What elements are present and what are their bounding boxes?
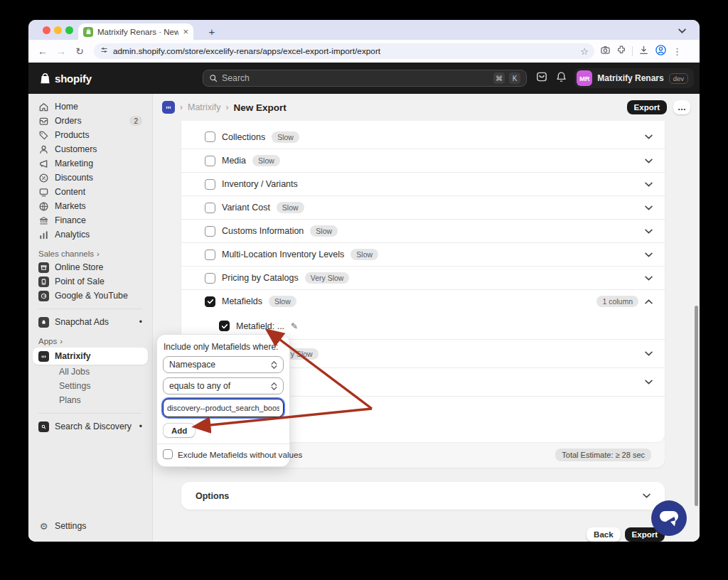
namespace-value-input[interactable] — [163, 399, 284, 417]
browser-menu-icon[interactable]: ⋮ — [673, 46, 682, 57]
chevron-up-icon[interactable] — [645, 299, 653, 304]
sidebar-item-point-of-sale[interactable]: Point of Sale — [33, 274, 148, 289]
chevron-down-icon[interactable] — [645, 229, 653, 234]
finance-bank-icon — [38, 215, 49, 226]
new-tab-button[interactable]: + — [203, 23, 220, 40]
row-variant-cost[interactable]: Variant Cost Slow — [181, 195, 665, 219]
browser-toolbar: ← → ↻ admin.shopify.com/store/excelify-r… — [28, 40, 700, 63]
chevron-down-icon[interactable] — [645, 276, 653, 281]
orders-icon — [38, 116, 49, 127]
scrollbar-thumb[interactable] — [695, 306, 698, 506]
field-select[interactable]: Namespace — [163, 356, 284, 373]
toolbar-divider — [632, 46, 633, 56]
row-collections[interactable]: Collections Slow — [181, 125, 665, 149]
sidebar-item-settings[interactable]: ⚙ Settings — [33, 519, 148, 533]
exclude-metafields-checkbox-row[interactable]: Exclude Metafields without values — [163, 449, 284, 461]
screenshot-camera-icon[interactable] — [600, 45, 611, 58]
user-menu[interactable]: MR Matrixify Renars dev — [574, 68, 694, 88]
metafields-filter-popover: Include only Metafields where: Namespace… — [156, 334, 290, 467]
chevron-down-icon[interactable] — [645, 134, 653, 139]
sidebar-item-online-store[interactable]: Online Store — [33, 260, 148, 274]
checkbox[interactable] — [205, 273, 215, 284]
sidebar-item-snapchat-ads[interactable]: Snapchat Ads • — [33, 315, 148, 329]
admin-search-bar[interactable]: Search ⌘ K — [203, 70, 527, 87]
sidebar-item-app-settings[interactable]: Settings — [33, 379, 148, 393]
sidebar-item-plans[interactable]: Plans — [33, 393, 148, 407]
sidebar-item-finance[interactable]: Finance — [33, 213, 148, 227]
downloads-icon[interactable] — [638, 45, 649, 58]
address-bar[interactable]: admin.shopify.com/store/excelify-renars/… — [94, 43, 594, 59]
close-tab-icon[interactable]: × — [183, 27, 188, 36]
row-pricing-by-catalogs[interactable]: Pricing by Catalogs Very Slow — [181, 266, 665, 289]
row-metafields[interactable]: Metafields Slow 1 column — [181, 289, 665, 313]
breadcrumb-app[interactable]: Matrixify — [188, 102, 221, 112]
checkbox[interactable] — [205, 249, 215, 260]
bookmark-star-icon[interactable]: ☆ — [580, 46, 589, 57]
sidebar-item-home[interactable]: Home — [33, 100, 148, 114]
sidebar-item-google-youtube[interactable]: Google & YouTube — [33, 289, 148, 303]
operator-select[interactable]: equals to any of — [163, 377, 284, 394]
row-inventory-variants[interactable]: Inventory / Variants — [181, 172, 665, 195]
browser-tab[interactable]: Matrixify Renars · New Export × — [78, 23, 193, 40]
close-window-button[interactable] — [43, 26, 50, 34]
shopify-logo[interactable]: shopify — [39, 72, 92, 85]
export-button-header[interactable]: Export — [627, 100, 667, 114]
sidebar-item-search-discovery[interactable]: Search & Discovery • — [33, 419, 148, 434]
sidebar-item-orders[interactable]: Orders 2 — [33, 114, 148, 128]
matrixify-breadcrumb-icon[interactable] — [162, 101, 175, 114]
url-text[interactable]: admin.shopify.com/store/excelify-renars/… — [113, 46, 576, 56]
row-multi-location-inventory[interactable]: Multi-Location Inventory Levels Slow — [181, 242, 665, 266]
chevron-down-icon[interactable] — [645, 205, 653, 210]
extensions-puzzle-icon[interactable] — [616, 45, 626, 58]
sidebar-item-markets[interactable]: Markets — [33, 199, 148, 213]
apps-header[interactable]: Apps › — [33, 335, 148, 348]
shopify-topbar: shopify Search ⌘ K MR Matrixify Renars d… — [28, 63, 700, 94]
reload-icon[interactable]: ↻ — [71, 43, 88, 60]
options-card[interactable]: Options — [181, 482, 665, 510]
notifications-bell-icon[interactable] — [555, 71, 567, 86]
checkbox[interactable] — [205, 179, 215, 190]
minimize-window-button[interactable] — [54, 26, 62, 34]
more-actions-button[interactable]: … — [673, 100, 690, 114]
sidebar-item-marketing[interactable]: Marketing — [33, 156, 148, 171]
sidebar-item-content[interactable]: Content — [33, 185, 148, 199]
row-media[interactable]: Media Slow — [181, 149, 665, 172]
checkbox-checked[interactable] — [219, 321, 230, 331]
chat-launcher-button[interactable] — [649, 498, 689, 541]
sidebar-item-all-jobs[interactable]: All Jobs — [33, 365, 148, 379]
popover-divider — [157, 444, 289, 444]
sales-channels-header[interactable]: Sales channels › — [33, 247, 148, 260]
checkbox[interactable] — [205, 203, 215, 213]
sidebar-item-matrixify[interactable]: Matrixify — [33, 348, 148, 365]
checkbox[interactable] — [205, 131, 215, 142]
checkbox[interactable] — [163, 449, 173, 459]
inbox-icon[interactable] — [535, 70, 548, 86]
chevron-down-icon[interactable] — [645, 252, 653, 257]
sidebar-item-discounts[interactable]: Discounts — [33, 171, 148, 185]
profile-avatar-icon[interactable] — [655, 44, 667, 59]
options-title: Options — [196, 491, 643, 501]
edit-pencil-icon[interactable]: ✎ — [291, 321, 298, 331]
chevron-down-icon[interactable] — [645, 380, 653, 385]
chevron-down-icon[interactable] — [645, 159, 653, 163]
site-settings-icon[interactable] — [100, 45, 109, 58]
chevron-down-icon[interactable] — [645, 351, 653, 356]
chevron-down-icon[interactable] — [645, 182, 653, 187]
checkbox-checked[interactable] — [205, 296, 215, 307]
forward-icon[interactable]: → — [53, 43, 70, 60]
add-button[interactable]: Add — [163, 423, 196, 438]
back-icon[interactable]: ← — [34, 43, 51, 60]
page-content: Collections Slow Media Slow — [153, 121, 700, 542]
sidebar-item-customers[interactable]: Customers — [33, 142, 148, 156]
chevron-down-icon[interactable] — [643, 493, 651, 498]
zoom-window-button[interactable] — [65, 26, 73, 34]
row-customs-information[interactable]: Customs Information Slow — [181, 219, 665, 242]
checkbox[interactable] — [205, 156, 215, 166]
back-button[interactable]: Back — [587, 527, 621, 542]
sidebar-item-products[interactable]: Products — [33, 128, 148, 142]
sidebar-item-analytics[interactable]: Analytics — [33, 227, 148, 242]
tab-search-chevron-icon[interactable] — [674, 24, 690, 37]
toolbar-actions: ⋮ — [600, 44, 682, 59]
sidebar-item-label: All Jobs — [59, 367, 142, 377]
checkbox[interactable] — [205, 226, 215, 237]
